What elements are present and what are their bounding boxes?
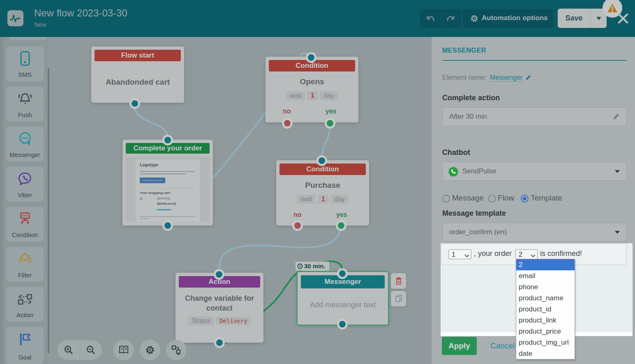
port-purchase-in[interactable]	[316, 155, 327, 166]
port-messenger-in[interactable]	[337, 268, 348, 279]
node-messenger-body: Add messenger text	[298, 301, 388, 309]
dropdown-option[interactable]: date	[516, 348, 575, 359]
chevron-down-icon	[464, 253, 469, 257]
port-purchase-no[interactable]	[292, 220, 303, 231]
dropdown-option[interactable]: email	[516, 270, 575, 281]
close-icon[interactable]	[617, 13, 629, 24]
automation-options-label: Automation options	[482, 14, 548, 22]
port-opens-in[interactable]	[306, 52, 316, 63]
zoom-out-icon[interactable]	[86, 346, 95, 355]
variable-select-2-value: 2	[519, 251, 522, 258]
port-flowstart-out[interactable]	[129, 98, 140, 109]
wait-chips: wait 1 day	[276, 195, 369, 204]
cancel-button[interactable]: Cancel	[490, 341, 515, 350]
dropdown-option[interactable]: product_id	[516, 304, 575, 315]
chip-variable-value: Delivery	[216, 317, 251, 325]
top-bar: New flow 2023-03-30 New Automation optio…	[0, 0, 635, 37]
gear-icon	[145, 345, 155, 355]
settings-button[interactable]	[140, 340, 160, 360]
branch-no-label: no	[283, 108, 291, 115]
node-condition-purchase[interactable]: Condition Purchase wait 1 day no yes	[276, 160, 369, 226]
sitemap-icon	[171, 345, 181, 355]
pulse-logo-icon	[10, 14, 21, 23]
apply-button[interactable]: Apply	[442, 337, 477, 355]
chip-variable-name: Status	[188, 316, 214, 325]
save-button[interactable]: Save	[558, 9, 590, 28]
variable-select-1[interactable]: 1	[448, 249, 471, 259]
chip-wait-value: 1	[318, 195, 329, 204]
dropdown-option[interactable]: product_name	[516, 293, 575, 304]
email-product-var: {{product}}	[157, 197, 171, 200]
port-purchase-yes[interactable]	[336, 220, 346, 231]
email-preview-page: Logotype Complete your order Your shoppi…	[136, 159, 200, 221]
minimap-button[interactable]	[166, 340, 187, 360]
port-action-out[interactable]	[214, 337, 225, 348]
node-flow-start-header: Flow start	[95, 50, 181, 61]
copy-node-button[interactable]	[391, 291, 406, 306]
node-action-body-line1: Change variable for	[175, 294, 263, 303]
redo-icon[interactable]	[446, 14, 455, 23]
template-text-1: , your order	[474, 249, 512, 258]
email-cta-button: Complete your order	[140, 177, 165, 183]
guide-button[interactable]	[113, 340, 134, 360]
variable-select-1-value: 1	[452, 251, 455, 258]
clock-icon	[297, 263, 303, 269]
zoom-in-icon[interactable]	[64, 346, 73, 355]
edge-start-to-email	[135, 106, 168, 138]
dropdown-option[interactable]: phone	[516, 281, 575, 293]
gear-icon	[470, 14, 478, 23]
node-condition-opens[interactable]: Condition Opens wait 1 day no yes	[266, 57, 358, 122]
node-flow-start[interactable]: Flow start Abandonded cart	[91, 46, 184, 103]
branch-no-label: no	[293, 211, 302, 219]
delay-badge: 30 min.	[296, 262, 329, 271]
chip-wait: wait	[286, 91, 305, 100]
undo-redo-divider	[441, 9, 441, 28]
email-divider	[140, 188, 196, 189]
email-cart-heading: Your shopping cart:	[140, 191, 171, 195]
port-action-in[interactable]	[214, 269, 224, 280]
book-icon	[119, 346, 129, 355]
dropdown-option[interactable]: product_link	[516, 315, 575, 326]
branch-yes-label: yes	[326, 108, 337, 115]
port-messenger-out[interactable]	[337, 319, 348, 329]
undo-icon[interactable]	[426, 14, 435, 23]
automation-options-button[interactable]: Automation options	[463, 9, 554, 28]
delay-badge-text: 30 min.	[304, 263, 326, 270]
chip-wait-unit: day	[330, 195, 349, 204]
chip-wait-unit: day	[320, 91, 338, 100]
node-action[interactable]: Action Change variable for contact Statu…	[175, 273, 263, 343]
port-opens-yes[interactable]	[325, 118, 335, 129]
app-logo	[7, 10, 23, 26]
node-condition-opens-body: Opens	[266, 77, 358, 86]
dropdown-option[interactable]: product_price	[516, 326, 575, 337]
branch-yes-label: yes	[336, 211, 347, 219]
chevron-down-icon	[596, 17, 601, 20]
email-logo: Logotype	[140, 163, 158, 167]
copy-icon	[395, 295, 402, 303]
delete-node-button[interactable]	[391, 273, 406, 289]
email-preview: Logotype Complete your order Your shoppi…	[126, 157, 210, 221]
port-email-in[interactable]	[162, 135, 173, 145]
zoom-pill	[58, 340, 102, 360]
dropdown-option[interactable]: 2	[516, 259, 575, 270]
flow-builder-app: SMS Push Messenger Viber Condition	[0, 0, 635, 364]
action-chips: Status Delivery	[175, 316, 263, 325]
email-text-line	[140, 171, 195, 172]
undo-redo-group	[420, 9, 461, 28]
email-footer-line	[140, 218, 149, 219]
node-messenger[interactable]: Messenger Add messenger text	[297, 271, 389, 325]
email-price-var: $((total price))	[157, 202, 176, 205]
node-email[interactable]: Complete your order Logotype Complete yo…	[122, 140, 213, 226]
node-condition-purchase-body: Purchase	[276, 181, 369, 190]
wait-chips: wait 1 day	[266, 91, 358, 100]
edge-opens-yes-to-purchase	[322, 126, 330, 159]
trash-icon	[395, 277, 402, 285]
variable-select-2[interactable]: 2	[515, 249, 538, 259]
port-opens-no[interactable]	[282, 118, 293, 129]
variable-dropdown: 2 email phone product_name product_id pr…	[516, 259, 575, 359]
email-product-thumb	[140, 197, 143, 200]
page-subtitle: New	[35, 21, 46, 28]
port-email-out[interactable]	[162, 220, 173, 231]
dropdown-option[interactable]: product_img_url	[516, 337, 575, 348]
node-flow-start-body: Abandonded cart	[91, 78, 184, 87]
